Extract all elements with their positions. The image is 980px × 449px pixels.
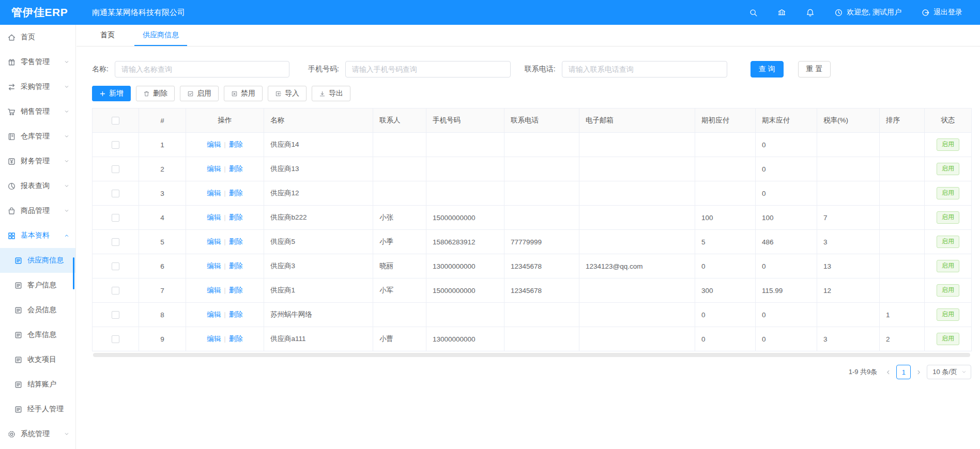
cell-final-payable: 0 bbox=[756, 303, 817, 327]
col-telephone: 联系电话 bbox=[504, 109, 579, 133]
page-size-select[interactable]: 10 条/页 bbox=[927, 365, 971, 379]
sidebar-item-customer-info[interactable]: 客户信息 bbox=[0, 273, 75, 298]
select-all-checkbox[interactable] bbox=[112, 117, 119, 125]
sidebar-item-label: 报表查询 bbox=[21, 181, 64, 191]
sidebar-item-reports[interactable]: 报表查询 bbox=[0, 174, 75, 198]
bell-icon[interactable] bbox=[806, 8, 815, 17]
delete-link[interactable]: 删除 bbox=[229, 238, 243, 245]
logout-button[interactable]: 退出登录 bbox=[921, 8, 962, 17]
sidebar-item-warehouse-info[interactable]: 仓库信息 bbox=[0, 322, 75, 347]
row-checkbox[interactable] bbox=[112, 190, 119, 197]
cell-telephone bbox=[504, 206, 579, 230]
col-tax-rate: 税率(%) bbox=[817, 109, 880, 133]
sidebar-item-basic-data[interactable]: 基本资料 bbox=[0, 223, 75, 248]
name-filter-input[interactable] bbox=[115, 61, 289, 78]
enable-button[interactable]: 启用 bbox=[180, 86, 219, 101]
sidebar-item-label: 零售管理 bbox=[21, 57, 64, 67]
mobile-filter-input[interactable] bbox=[345, 61, 511, 78]
cell-sort bbox=[880, 278, 925, 303]
delete-link[interactable]: 删除 bbox=[229, 189, 243, 197]
table-row: 1 编辑|删除 供应商14 0 启用 bbox=[93, 133, 972, 157]
cell-telephone bbox=[504, 181, 579, 206]
cell-final-payable: 115.99 bbox=[756, 278, 817, 303]
cell-contact: 小季 bbox=[373, 230, 426, 254]
add-button[interactable]: 新增 bbox=[92, 86, 131, 101]
edit-link[interactable]: 编辑 bbox=[207, 335, 221, 343]
chevron-down-icon bbox=[64, 208, 69, 213]
sidebar-item-supplier-info[interactable]: 供应商信息 bbox=[0, 248, 75, 273]
row-checkbox[interactable] bbox=[112, 335, 119, 343]
edit-link[interactable]: 编辑 bbox=[207, 286, 221, 294]
delete-button[interactable]: 删除 bbox=[136, 86, 175, 101]
edit-link[interactable]: 编辑 bbox=[207, 165, 221, 173]
cell-final-payable: 0 bbox=[756, 157, 817, 181]
col-contact: 联系人 bbox=[373, 109, 426, 133]
row-checkbox[interactable] bbox=[112, 141, 119, 149]
cell-telephone bbox=[504, 133, 579, 157]
sidebar-item-finance[interactable]: 财务管理 bbox=[0, 149, 75, 174]
col-name: 名称 bbox=[264, 109, 373, 133]
sidebar-item-home[interactable]: 首页 bbox=[0, 25, 75, 50]
pie-icon bbox=[7, 182, 16, 191]
edit-link[interactable]: 编辑 bbox=[207, 213, 221, 221]
disable-button[interactable]: 禁用 bbox=[224, 86, 263, 101]
prev-page-icon[interactable] bbox=[885, 369, 891, 375]
row-checkbox[interactable] bbox=[112, 214, 119, 222]
cell-name: 供应商13 bbox=[264, 157, 373, 181]
row-index: 1 bbox=[139, 133, 186, 157]
tab-supplier-info[interactable]: 供应商信息 bbox=[134, 25, 187, 46]
welcome-text: 欢迎您, 测试用户 bbox=[847, 8, 901, 17]
row-checkbox[interactable] bbox=[112, 311, 119, 319]
telephone-filter-label: 联系电话: bbox=[525, 65, 556, 74]
delete-link[interactable]: 删除 bbox=[229, 213, 243, 221]
row-checkbox[interactable] bbox=[112, 287, 119, 295]
sidebar-item-income-expense[interactable]: 收支项目 bbox=[0, 347, 75, 372]
sidebar-item-system[interactable]: 系统管理 bbox=[0, 422, 75, 446]
row-checkbox[interactable] bbox=[112, 262, 119, 270]
cell-email bbox=[579, 181, 695, 206]
next-page-icon[interactable] bbox=[916, 369, 922, 375]
sidebar-item-label: 供应商信息 bbox=[27, 256, 69, 265]
sidebar-item-member-info[interactable]: 会员信息 bbox=[0, 298, 75, 322]
edit-link[interactable]: 编辑 bbox=[207, 262, 221, 270]
action-divider: | bbox=[224, 311, 226, 318]
edit-link[interactable]: 编辑 bbox=[207, 141, 221, 148]
edit-link[interactable]: 编辑 bbox=[207, 311, 221, 318]
delete-link[interactable]: 删除 bbox=[229, 286, 243, 294]
import-button[interactable]: 导入 bbox=[268, 86, 307, 101]
search-button[interactable]: 查 询 bbox=[751, 61, 784, 78]
cell-mobile bbox=[426, 133, 504, 157]
bank-icon[interactable] bbox=[777, 8, 786, 17]
sidebar-item-purchase[interactable]: 采购管理 bbox=[0, 74, 75, 99]
sidebar-item-label: 经手人管理 bbox=[27, 405, 69, 414]
delete-link[interactable]: 删除 bbox=[229, 335, 243, 343]
delete-link[interactable]: 删除 bbox=[229, 262, 243, 270]
export-button[interactable]: 导出 bbox=[312, 86, 350, 101]
sidebar-scrollbar-thumb[interactable] bbox=[73, 257, 74, 289]
delete-link[interactable]: 删除 bbox=[229, 165, 243, 173]
sidebar-item-settlement-account[interactable]: 结算账户 bbox=[0, 372, 75, 397]
reset-button[interactable]: 重 置 bbox=[798, 61, 831, 78]
sidebar-item-label: 基本资料 bbox=[21, 231, 64, 240]
row-checkbox[interactable] bbox=[112, 165, 119, 173]
edit-link[interactable]: 编辑 bbox=[207, 189, 221, 197]
sidebar-item-handler-management[interactable]: 经手人管理 bbox=[0, 397, 75, 422]
filter-telephone: 联系电话: bbox=[525, 61, 727, 78]
cell-tax-rate: 13 bbox=[817, 254, 880, 278]
horizontal-scrollbar[interactable] bbox=[93, 353, 970, 357]
edit-link[interactable]: 编辑 bbox=[207, 238, 221, 245]
status-badge: 启用 bbox=[937, 236, 959, 248]
sidebar-item-retail[interactable]: 零售管理 bbox=[0, 50, 75, 74]
delete-link[interactable]: 删除 bbox=[229, 141, 243, 148]
sidebar-item-goods[interactable]: 商品管理 bbox=[0, 198, 75, 223]
row-checkbox[interactable] bbox=[112, 238, 119, 246]
telephone-filter-input[interactable] bbox=[562, 61, 727, 78]
delete-link[interactable]: 删除 bbox=[229, 311, 243, 318]
mobile-filter-label: 手机号码: bbox=[308, 65, 339, 74]
sidebar-item-warehouse[interactable]: 仓库管理 bbox=[0, 124, 75, 149]
page-number-button[interactable]: 1 bbox=[896, 365, 911, 379]
sidebar-item-sales[interactable]: 销售管理 bbox=[0, 99, 75, 124]
chevron-down-icon bbox=[64, 84, 69, 89]
tab-home[interactable]: 首页 bbox=[92, 25, 123, 46]
search-icon[interactable] bbox=[749, 8, 758, 17]
